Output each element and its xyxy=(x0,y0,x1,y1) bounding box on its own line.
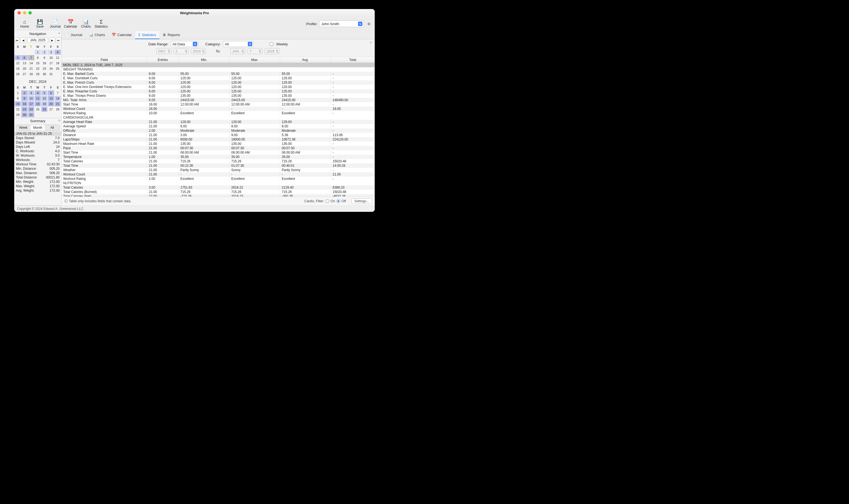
month-label[interactable]: JAN, 2025 xyxy=(27,37,48,43)
from-year-select[interactable]: 2024⇅ xyxy=(191,48,206,54)
calendar-day[interactable]: 4 xyxy=(35,90,41,95)
seg-all[interactable]: All xyxy=(45,125,59,130)
calendar-day[interactable]: 8 xyxy=(35,55,41,60)
profile-select[interactable]: John Smith ⇅ xyxy=(319,20,364,27)
table-row[interactable]: Difficulty2.00ModerateModerateModerate- xyxy=(62,128,375,133)
table-row[interactable]: Total Calories3.001751.832618.222129.406… xyxy=(62,185,375,190)
col-header[interactable]: Field xyxy=(62,57,147,63)
table-row[interactable]: Total Time21.0000:22:3001:07:3000:40:011… xyxy=(62,163,375,168)
next-month-button[interactable]: ▶ xyxy=(50,37,55,43)
calendar-day[interactable]: 14 xyxy=(55,96,61,101)
tab-reports[interactable]: 🗎Reports xyxy=(159,31,184,39)
close-icon[interactable]: × xyxy=(58,31,60,35)
calendar-day[interactable]: 18 xyxy=(55,61,61,66)
table-row[interactable]: E. Max: One Arm Dumbbell Triceps Extensi… xyxy=(62,85,375,89)
table-row[interactable]: Workout Count21.00---21.00 xyxy=(62,172,375,177)
table-row[interactable]: E. Max: Triceps Press Downs6.00135.00135… xyxy=(62,93,375,98)
calendar-day[interactable]: 16 xyxy=(21,102,27,106)
statistics-button[interactable]: ΣStatistics xyxy=(93,19,109,29)
save-button[interactable]: 💾Save xyxy=(32,19,48,29)
calendar-day[interactable]: 2 xyxy=(21,90,27,95)
calendar-day[interactable]: 7 xyxy=(28,55,34,60)
calendar-day[interactable]: 12 xyxy=(15,61,21,66)
calendar-day[interactable]: 8 xyxy=(15,96,21,101)
calendar-day[interactable]: 29 xyxy=(15,112,21,117)
col-header[interactable]: Min. xyxy=(179,57,229,63)
calendar-day[interactable]: 22 xyxy=(35,66,41,71)
table-row[interactable]: E. Max: Preacher Curls6.00125.00125.0012… xyxy=(62,89,375,93)
summary-segment[interactable]: Week Month All xyxy=(16,125,59,131)
calendar-day[interactable]: 25 xyxy=(55,66,61,71)
table-row[interactable]: Workout Rating2.00ExcellentExcellentExce… xyxy=(62,177,375,181)
calendar-day[interactable]: 9 xyxy=(41,55,47,60)
calendar-day[interactable]: 21 xyxy=(28,66,34,71)
journal-button[interactable]: 📄Journal xyxy=(48,19,63,29)
calendar-jan[interactable]: SMTWTFS123456789101112131415161718192021… xyxy=(14,44,61,77)
calendar-day[interactable]: 15 xyxy=(15,102,21,106)
calendar-day[interactable]: 24 xyxy=(48,66,54,71)
table-row[interactable]: Distance21.003.009.005.38113.06 xyxy=(62,133,375,137)
calendar-day[interactable]: 7 xyxy=(55,90,61,95)
table-row[interactable]: Pace21.0000:07:3000:07:3000:07:30- xyxy=(62,146,375,150)
calendar-day[interactable]: 19 xyxy=(41,102,47,106)
table-row[interactable]: E. Max: French Curls6.00125.00125.00125.… xyxy=(62,80,375,85)
col-header[interactable]: Entries xyxy=(147,57,179,63)
calendar-day[interactable]: 5 xyxy=(15,55,21,60)
calendar-day[interactable]: 30 xyxy=(21,112,27,117)
calendar-day[interactable]: 28 xyxy=(55,107,61,112)
table-row[interactable]: Weather21.00Partly SunnySunnyPartly Sunn… xyxy=(62,168,375,172)
calendar-day[interactable]: 14 xyxy=(28,61,34,66)
calendar-dec[interactable]: SMTWTFS123456789101112131415161718192021… xyxy=(14,85,61,118)
table-row[interactable]: Start Time16.0012:00:00 AM12:00:00 AM12:… xyxy=(62,102,375,107)
calendar-day[interactable]: 25 xyxy=(35,107,41,112)
close-icon[interactable]: × xyxy=(370,40,372,44)
gear-icon[interactable]: ⚙ xyxy=(366,21,372,27)
cardio-filter-on[interactable] xyxy=(326,199,329,203)
tab-statistics[interactable]: ΣStatistics xyxy=(135,31,159,39)
seg-week[interactable]: Week xyxy=(16,125,31,130)
tab-calendar[interactable]: 📅Calendar xyxy=(108,31,135,39)
calendar-day[interactable]: 6 xyxy=(48,90,54,95)
table-row[interactable]: Temperature1.0035.0035.0035.00- xyxy=(62,155,375,159)
calendar-day[interactable]: 13 xyxy=(21,61,27,66)
table-row[interactable]: Start Time21.0006:00:00 AM06:00:00 AM06:… xyxy=(62,150,375,155)
calendar-day[interactable]: 18 xyxy=(35,102,41,106)
calendar-button[interactable]: 📅Calendar xyxy=(63,19,78,29)
col-header[interactable]: Avg. xyxy=(280,57,331,63)
table-row[interactable]: Laps/Steps21.006000.0018000.0010672.3822… xyxy=(62,137,375,142)
table-row[interactable]: Average Heart Rate21.00129.00129.00129.0… xyxy=(62,120,375,124)
from-day-select[interactable]: 2⇅ xyxy=(174,48,189,54)
table-row[interactable]: Workout Count16.00---16.00 xyxy=(62,107,375,111)
calendar-day[interactable]: 29 xyxy=(35,72,41,76)
calendar-day[interactable]: 27 xyxy=(21,72,27,76)
calendar-day[interactable]: 16 xyxy=(41,61,47,66)
calendar-day[interactable]: 15 xyxy=(35,61,41,66)
calendar-day[interactable]: 22 xyxy=(15,107,21,112)
from-month-select[interactable]: DEC⇅ xyxy=(156,48,172,54)
calendar-day[interactable]: 1 xyxy=(15,90,21,95)
calendar-day[interactable]: 23 xyxy=(41,66,47,71)
calendar-day[interactable]: 23 xyxy=(21,107,27,112)
calendar-day[interactable]: 6 xyxy=(21,55,27,60)
calendar-day[interactable]: 2 xyxy=(41,50,47,55)
calendar-day[interactable]: 13 xyxy=(48,96,54,101)
table-row[interactable]: MG. Total: Arms6.0024415.0024415.0024415… xyxy=(62,98,375,102)
calendar-day[interactable]: 28 xyxy=(28,72,34,76)
calendar-day[interactable]: 4 xyxy=(55,50,61,55)
table-row[interactable]: Total Calories (Burned)21.00715.26715.26… xyxy=(62,190,375,194)
stats-table-wrap[interactable]: FieldEntriesMin.Max.Avg.TotalMON, DEC 2,… xyxy=(62,57,375,197)
table-row[interactable]: Maximum Heart Rate21.00135.00135.00135.0… xyxy=(62,142,375,146)
calendar-day[interactable]: 31 xyxy=(48,72,54,76)
col-header[interactable]: Max. xyxy=(229,57,280,63)
calendar-day[interactable]: 26 xyxy=(15,72,21,76)
calendar-day[interactable]: 21 xyxy=(55,102,61,106)
close-icon[interactable]: × xyxy=(58,118,60,123)
seg-month[interactable]: Month xyxy=(31,125,45,130)
calendar-day[interactable]: 3 xyxy=(28,90,34,95)
calendar-day[interactable]: 19 xyxy=(15,66,21,71)
calendar-day[interactable]: 1 xyxy=(35,50,41,55)
calendar-day[interactable]: 30 xyxy=(41,72,47,76)
tab-charts[interactable]: 📊Charts xyxy=(86,31,108,39)
calendar-day[interactable]: 11 xyxy=(55,55,61,60)
weekly-checkbox[interactable] xyxy=(270,42,273,46)
